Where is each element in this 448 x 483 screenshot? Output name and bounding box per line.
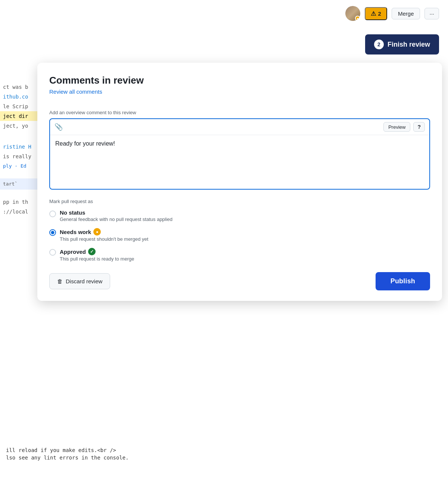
comment-textarea[interactable]: Ready for your review! xyxy=(50,135,429,187)
attach-icon[interactable]: 📎 xyxy=(55,123,63,131)
radio-text-needs-work: Needs work ● This pull request shouldn't… xyxy=(60,228,430,242)
comment-toolbar: 📎 Preview ? xyxy=(50,119,429,135)
radio-needs-work[interactable] xyxy=(49,229,56,236)
warning-icon: ⚠ xyxy=(371,10,376,17)
mark-section: Mark pull request as No status General f… xyxy=(49,199,430,262)
radio-desc-no-status: General feedback with no pull request st… xyxy=(60,216,430,222)
preview-button[interactable]: Preview xyxy=(383,122,410,132)
radio-option-no-status[interactable]: No status General feedback with no pull … xyxy=(49,209,430,222)
more-button[interactable]: ··· xyxy=(424,8,439,19)
avatar[interactable]: ● xyxy=(345,6,360,21)
merge-button[interactable]: Merge xyxy=(392,8,420,19)
topbar: ● ⚠ 2 Merge ··· xyxy=(0,0,448,27)
radio-desc-approved: This pull request is ready to merge xyxy=(60,256,430,262)
warning-badge-button[interactable]: ⚠ 2 xyxy=(365,7,387,20)
radio-option-approved[interactable]: Approved ✓ This pull request is ready to… xyxy=(49,248,430,262)
finish-review-label: Finish review xyxy=(388,41,430,49)
modal-footer: 🗑 Discard review Publish xyxy=(49,272,430,290)
review-all-comments-link[interactable]: Review all comments xyxy=(49,88,102,95)
radio-option-needs-work[interactable]: Needs work ● This pull request shouldn't… xyxy=(49,228,430,242)
mark-label: Mark pull request as xyxy=(49,199,430,204)
finish-review-button[interactable]: 2 Finish review xyxy=(365,34,439,54)
approved-icon: ✓ xyxy=(88,248,96,255)
modal-title: Comments in review xyxy=(49,75,430,86)
bottom-code-line-2: lso see any lint errors in the console. xyxy=(6,455,442,461)
radio-desc-needs-work: This pull request shouldn't be merged ye… xyxy=(60,236,430,242)
discard-review-button[interactable]: 🗑 Discard review xyxy=(49,273,110,289)
review-modal: Comments in review Review all comments A… xyxy=(37,63,442,301)
toolbar-right: Preview ? xyxy=(383,122,425,132)
finish-review-count: 2 xyxy=(374,40,384,49)
radio-text-no-status: No status General feedback with no pull … xyxy=(60,209,430,222)
comment-box: 📎 Preview ? Ready for your review! xyxy=(49,118,430,190)
radio-title-no-status: No status xyxy=(60,209,430,216)
radio-title-needs-work: Needs work ● xyxy=(60,228,430,236)
radio-title-approved: Approved ✓ xyxy=(60,248,430,255)
publish-button[interactable]: Publish xyxy=(376,272,430,290)
overview-label: Add an overview comment to this review xyxy=(49,110,430,115)
needs-work-icon: ● xyxy=(93,228,101,236)
help-button[interactable]: ? xyxy=(413,122,425,132)
radio-approved[interactable] xyxy=(49,249,56,256)
trash-icon: 🗑 xyxy=(57,278,63,284)
radio-text-approved: Approved ✓ This pull request is ready to… xyxy=(60,248,430,262)
warning-count: 2 xyxy=(378,10,381,17)
bottom-code-line-1: ill reload if you make edits.<br /> xyxy=(6,447,442,453)
avatar-badge: ● xyxy=(355,16,360,21)
radio-no-status[interactable] xyxy=(49,211,56,217)
